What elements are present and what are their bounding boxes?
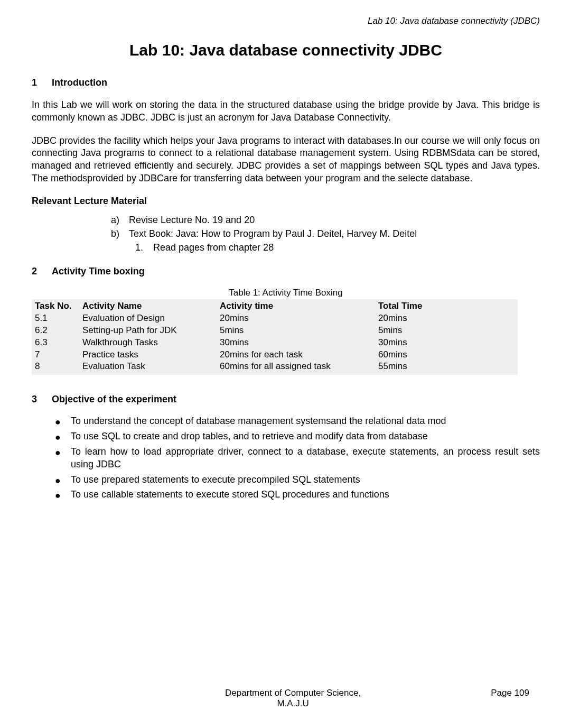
list-subitem: 1. Read pages from chapter 28 (111, 241, 540, 254)
section-number: 1 (32, 77, 52, 88)
section-intro-heading: 1 Introduction (32, 77, 540, 88)
list-text: Text Book: Java: How to Program by Paul … (129, 227, 417, 241)
list-text: To use callable statements to execute st… (71, 488, 540, 501)
list-text: To learn how to load appropriate driver,… (71, 445, 540, 471)
activity-table: Task No. Activity Name Activity time Tot… (32, 299, 518, 375)
section-label: Introduction (52, 77, 107, 88)
table-row: 7 Practice tasks 20mins for each task 60… (32, 349, 518, 361)
table-cell: 5mins (220, 325, 378, 337)
list-item: ● To understand the concept of database … (55, 414, 540, 428)
list-marker: b) (111, 227, 129, 241)
table-cell: 20mins (220, 312, 378, 325)
table-cell: Walkthrough Tasks (82, 337, 220, 349)
section-number: 2 (32, 266, 52, 277)
objective-list: ● To understand the concept of database … (32, 414, 540, 501)
table-cell: 60mins for all assigned task (220, 361, 378, 373)
bullet-icon: ● (55, 488, 71, 501)
section-timebox-heading: 2 Activity Time boxing (32, 266, 540, 277)
table-header-cell: Activity Name (82, 300, 220, 312)
list-marker: 1. (135, 241, 153, 254)
section-objective-heading: 3 Objective of the experiment (32, 394, 540, 405)
footer-department: Department of Computer Science, M.A.J.U (32, 688, 491, 709)
table-cell: 30mins (220, 337, 378, 349)
list-item: ● To use callable statements to execute … (55, 488, 540, 501)
bullet-icon: ● (55, 473, 71, 486)
table-row: 5.1 Evaluation of Design 20mins 20mins (32, 312, 518, 325)
table-cell: Practice tasks (82, 349, 220, 361)
table-header-row: Task No. Activity Name Activity time Tot… (32, 300, 518, 312)
table-cell: 6.2 (32, 325, 82, 337)
footer-dept-line2: M.A.J.U (277, 698, 308, 708)
table-cell: 60mins (378, 349, 516, 361)
list-text: To use prepared statements to execute pr… (71, 473, 540, 486)
lecture-material-heading: Relevant Lecture Material (32, 196, 540, 207)
lecture-list: a) Revise Lecture No. 19 and 20 b) Text … (32, 213, 540, 254)
table-row: 6.3 Walkthrough Tasks 30mins 30mins (32, 337, 518, 349)
list-item: a) Revise Lecture No. 19 and 20 (111, 213, 540, 227)
section-label: Objective of the experiment (52, 394, 176, 405)
table-cell: 8 (32, 361, 82, 373)
bullet-icon: ● (55, 445, 71, 458)
running-header: Lab 10: Java database connectivity (JDBC… (32, 16, 540, 26)
footer-page-number: Page 109 (491, 688, 540, 709)
list-item: ● To use SQL to create and drop tables, … (55, 430, 540, 443)
table-caption: Table 1: Activity Time Boxing (32, 288, 540, 298)
page-title: Lab 10: Java database connectivity JDBC (32, 41, 540, 59)
list-marker: a) (111, 213, 129, 227)
table-cell: 30mins (378, 337, 516, 349)
table-cell: Evaluation Task (82, 361, 220, 373)
table-cell: 5.1 (32, 312, 82, 325)
list-text: To understand the concept of database ma… (71, 414, 540, 427)
footer-dept-line1: Department of Computer Science, (225, 688, 361, 698)
list-text: To use SQL to create and drop tables, an… (71, 430, 540, 443)
table-cell: Evaluation of Design (82, 312, 220, 325)
section-label: Activity Time boxing (52, 266, 145, 277)
table-cell: 20mins (378, 312, 516, 325)
table-header-cell: Total Time (378, 300, 516, 312)
table-cell: 5mins (378, 325, 516, 337)
intro-paragraph-2: JDBC provides the facility which helps y… (32, 135, 540, 185)
table-cell: 55mins (378, 361, 516, 373)
table-header-cell: Activity time (220, 300, 378, 312)
list-text: Revise Lecture No. 19 and 20 (129, 213, 255, 227)
list-item: ● To use prepared statements to execute … (55, 473, 540, 486)
table-cell: Setting-up Path for JDK (82, 325, 220, 337)
table-cell: 20mins for each task (220, 349, 378, 361)
bullet-icon: ● (55, 430, 71, 443)
section-number: 3 (32, 394, 52, 405)
table-row: 6.2 Setting-up Path for JDK 5mins 5mins (32, 325, 518, 337)
table-cell: 6.3 (32, 337, 82, 349)
table-row: 8 Evaluation Task 60mins for all assigne… (32, 361, 518, 373)
list-item: b) Text Book: Java: How to Program by Pa… (111, 227, 540, 241)
page-footer: Department of Computer Science, M.A.J.U … (32, 688, 540, 709)
table-cell: 7 (32, 349, 82, 361)
list-text: Read pages from chapter 28 (153, 241, 274, 254)
intro-paragraph-1: In this Lab we will work on storing the … (32, 99, 540, 124)
list-item: ● To learn how to load appropriate drive… (55, 445, 540, 471)
activity-table-wrap: Table 1: Activity Time Boxing Task No. A… (32, 288, 540, 375)
bullet-icon: ● (55, 414, 71, 428)
table-header-cell: Task No. (32, 300, 82, 312)
